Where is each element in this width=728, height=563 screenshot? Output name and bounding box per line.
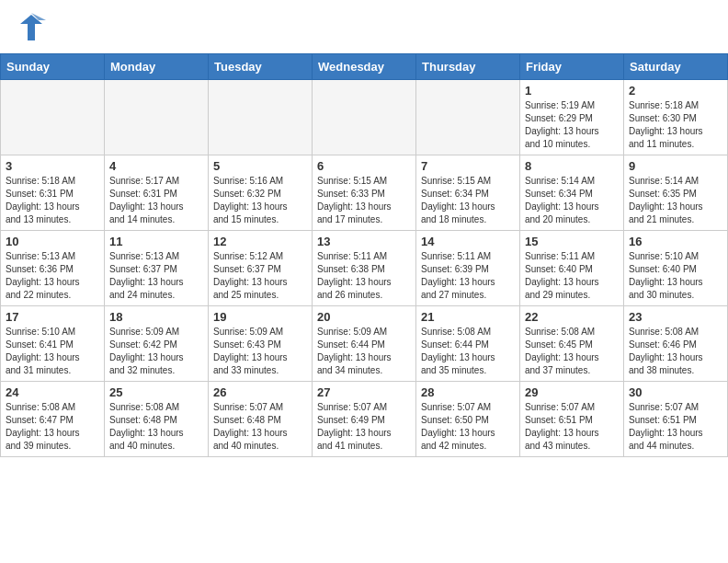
calendar-day-cell bbox=[416, 80, 520, 155]
day-number: 1 bbox=[525, 84, 619, 98]
calendar-day-cell bbox=[1, 80, 105, 155]
calendar-day-cell: 7Sunrise: 5:15 AM Sunset: 6:34 PM Daylig… bbox=[416, 155, 520, 231]
day-info: Sunrise: 5:08 AM Sunset: 6:47 PM Dayligh… bbox=[6, 401, 99, 453]
day-number: 7 bbox=[421, 159, 515, 173]
day-number: 27 bbox=[317, 385, 411, 399]
day-number: 2 bbox=[629, 84, 722, 98]
day-of-week-header: Monday bbox=[105, 54, 209, 80]
day-of-week-header: Wednesday bbox=[313, 54, 416, 80]
day-number: 25 bbox=[109, 385, 203, 399]
day-number: 14 bbox=[421, 235, 515, 248]
day-of-week-header: Tuesday bbox=[209, 54, 313, 80]
day-info: Sunrise: 5:18 AM Sunset: 6:30 PM Dayligh… bbox=[629, 99, 722, 151]
day-number: 9 bbox=[629, 159, 722, 173]
day-number: 20 bbox=[317, 310, 411, 324]
day-number: 16 bbox=[629, 235, 722, 248]
day-header-row: SundayMondayTuesdayWednesdayThursdayFrid… bbox=[1, 54, 728, 80]
logo-bird-icon bbox=[15, 11, 48, 44]
day-number: 24 bbox=[6, 385, 99, 399]
calendar-day-cell: 22Sunrise: 5:08 AM Sunset: 6:45 PM Dayli… bbox=[520, 306, 624, 382]
calendar-day-cell: 20Sunrise: 5:09 AM Sunset: 6:44 PM Dayli… bbox=[313, 306, 416, 382]
day-of-week-header: Friday bbox=[520, 54, 624, 80]
day-info: Sunrise: 5:09 AM Sunset: 6:42 PM Dayligh… bbox=[109, 326, 203, 377]
day-info: Sunrise: 5:10 AM Sunset: 6:40 PM Dayligh… bbox=[629, 250, 722, 302]
day-of-week-header: Sunday bbox=[1, 54, 105, 80]
day-number: 17 bbox=[6, 310, 99, 324]
day-number: 26 bbox=[213, 385, 307, 399]
calendar-day-cell: 3Sunrise: 5:18 AM Sunset: 6:31 PM Daylig… bbox=[1, 155, 105, 231]
calendar-day-cell: 15Sunrise: 5:11 AM Sunset: 6:40 PM Dayli… bbox=[520, 231, 624, 306]
day-number: 5 bbox=[213, 159, 307, 173]
calendar-day-cell: 28Sunrise: 5:07 AM Sunset: 6:50 PM Dayli… bbox=[416, 382, 520, 457]
day-info: Sunrise: 5:11 AM Sunset: 6:39 PM Dayligh… bbox=[421, 250, 515, 302]
calendar-body: 1Sunrise: 5:19 AM Sunset: 6:29 PM Daylig… bbox=[1, 80, 728, 457]
page-header bbox=[0, 0, 728, 48]
calendar-day-cell bbox=[105, 80, 209, 155]
day-info: Sunrise: 5:08 AM Sunset: 6:45 PM Dayligh… bbox=[525, 326, 619, 377]
calendar-day-cell: 21Sunrise: 5:08 AM Sunset: 6:44 PM Dayli… bbox=[416, 306, 520, 382]
calendar-day-cell bbox=[209, 80, 313, 155]
calendar-day-cell: 23Sunrise: 5:08 AM Sunset: 6:46 PM Dayli… bbox=[624, 306, 728, 382]
day-info: Sunrise: 5:12 AM Sunset: 6:37 PM Dayligh… bbox=[213, 250, 307, 302]
day-info: Sunrise: 5:07 AM Sunset: 6:49 PM Dayligh… bbox=[317, 401, 411, 453]
calendar-day-cell: 19Sunrise: 5:09 AM Sunset: 6:43 PM Dayli… bbox=[209, 306, 313, 382]
calendar-day-cell: 9Sunrise: 5:14 AM Sunset: 6:35 PM Daylig… bbox=[624, 155, 728, 231]
day-info: Sunrise: 5:07 AM Sunset: 6:51 PM Dayligh… bbox=[629, 401, 722, 453]
calendar-day-cell: 8Sunrise: 5:14 AM Sunset: 6:34 PM Daylig… bbox=[520, 155, 624, 231]
calendar-day-cell: 13Sunrise: 5:11 AM Sunset: 6:38 PM Dayli… bbox=[313, 231, 416, 306]
day-info: Sunrise: 5:19 AM Sunset: 6:29 PM Dayligh… bbox=[525, 99, 619, 151]
calendar-day-cell: 2Sunrise: 5:18 AM Sunset: 6:30 PM Daylig… bbox=[624, 80, 728, 155]
calendar-day-cell: 26Sunrise: 5:07 AM Sunset: 6:48 PM Dayli… bbox=[209, 382, 313, 457]
day-number: 6 bbox=[317, 159, 411, 173]
day-number: 15 bbox=[525, 235, 619, 248]
day-info: Sunrise: 5:08 AM Sunset: 6:48 PM Dayligh… bbox=[109, 401, 203, 453]
day-info: Sunrise: 5:09 AM Sunset: 6:44 PM Dayligh… bbox=[317, 326, 411, 377]
day-number: 22 bbox=[525, 310, 619, 324]
day-number: 18 bbox=[109, 310, 203, 324]
day-info: Sunrise: 5:14 AM Sunset: 6:35 PM Dayligh… bbox=[629, 175, 722, 226]
day-info: Sunrise: 5:13 AM Sunset: 6:37 PM Dayligh… bbox=[109, 250, 203, 302]
day-info: Sunrise: 5:15 AM Sunset: 6:34 PM Dayligh… bbox=[421, 175, 515, 226]
day-number: 10 bbox=[6, 235, 99, 248]
day-info: Sunrise: 5:18 AM Sunset: 6:31 PM Dayligh… bbox=[6, 175, 99, 226]
calendar-day-cell: 6Sunrise: 5:15 AM Sunset: 6:33 PM Daylig… bbox=[313, 155, 416, 231]
calendar-day-cell: 10Sunrise: 5:13 AM Sunset: 6:36 PM Dayli… bbox=[1, 231, 105, 306]
day-info: Sunrise: 5:13 AM Sunset: 6:36 PM Dayligh… bbox=[6, 250, 99, 302]
calendar-week-row: 10Sunrise: 5:13 AM Sunset: 6:36 PM Dayli… bbox=[1, 231, 728, 306]
day-number: 28 bbox=[421, 385, 515, 399]
day-info: Sunrise: 5:17 AM Sunset: 6:31 PM Dayligh… bbox=[109, 175, 203, 226]
day-number: 12 bbox=[213, 235, 307, 248]
day-info: Sunrise: 5:08 AM Sunset: 6:44 PM Dayligh… bbox=[421, 326, 515, 377]
calendar-day-cell: 4Sunrise: 5:17 AM Sunset: 6:31 PM Daylig… bbox=[105, 155, 209, 231]
calendar-day-cell: 30Sunrise: 5:07 AM Sunset: 6:51 PM Dayli… bbox=[624, 382, 728, 457]
day-number: 19 bbox=[213, 310, 307, 324]
calendar-day-cell: 14Sunrise: 5:11 AM Sunset: 6:39 PM Dayli… bbox=[416, 231, 520, 306]
day-number: 23 bbox=[629, 310, 722, 324]
day-number: 29 bbox=[525, 385, 619, 399]
calendar-week-row: 1Sunrise: 5:19 AM Sunset: 6:29 PM Daylig… bbox=[1, 80, 728, 155]
calendar-header: SundayMondayTuesdayWednesdayThursdayFrid… bbox=[1, 54, 728, 80]
calendar-day-cell: 5Sunrise: 5:16 AM Sunset: 6:32 PM Daylig… bbox=[209, 155, 313, 231]
day-info: Sunrise: 5:10 AM Sunset: 6:41 PM Dayligh… bbox=[6, 326, 99, 377]
calendar-day-cell: 11Sunrise: 5:13 AM Sunset: 6:37 PM Dayli… bbox=[105, 231, 209, 306]
day-info: Sunrise: 5:07 AM Sunset: 6:48 PM Dayligh… bbox=[213, 401, 307, 453]
day-number: 13 bbox=[317, 235, 411, 248]
calendar-day-cell: 27Sunrise: 5:07 AM Sunset: 6:49 PM Dayli… bbox=[313, 382, 416, 457]
calendar-table: SundayMondayTuesdayWednesdayThursdayFrid… bbox=[0, 53, 728, 457]
day-info: Sunrise: 5:15 AM Sunset: 6:33 PM Dayligh… bbox=[317, 175, 411, 226]
day-info: Sunrise: 5:07 AM Sunset: 6:51 PM Dayligh… bbox=[525, 401, 619, 453]
day-info: Sunrise: 5:08 AM Sunset: 6:46 PM Dayligh… bbox=[629, 326, 722, 377]
calendar-day-cell: 16Sunrise: 5:10 AM Sunset: 6:40 PM Dayli… bbox=[624, 231, 728, 306]
calendar-day-cell: 18Sunrise: 5:09 AM Sunset: 6:42 PM Dayli… bbox=[105, 306, 209, 382]
calendar-day-cell: 29Sunrise: 5:07 AM Sunset: 6:51 PM Dayli… bbox=[520, 382, 624, 457]
day-number: 21 bbox=[421, 310, 515, 324]
day-info: Sunrise: 5:11 AM Sunset: 6:38 PM Dayligh… bbox=[317, 250, 411, 302]
day-number: 3 bbox=[6, 159, 99, 173]
day-info: Sunrise: 5:16 AM Sunset: 6:32 PM Dayligh… bbox=[213, 175, 307, 226]
calendar-week-row: 3Sunrise: 5:18 AM Sunset: 6:31 PM Daylig… bbox=[1, 155, 728, 231]
day-number: 4 bbox=[109, 159, 203, 173]
day-of-week-header: Thursday bbox=[416, 54, 520, 80]
calendar-day-cell: 12Sunrise: 5:12 AM Sunset: 6:37 PM Dayli… bbox=[209, 231, 313, 306]
calendar-day-cell: 17Sunrise: 5:10 AM Sunset: 6:41 PM Dayli… bbox=[1, 306, 105, 382]
day-of-week-header: Saturday bbox=[624, 54, 728, 80]
